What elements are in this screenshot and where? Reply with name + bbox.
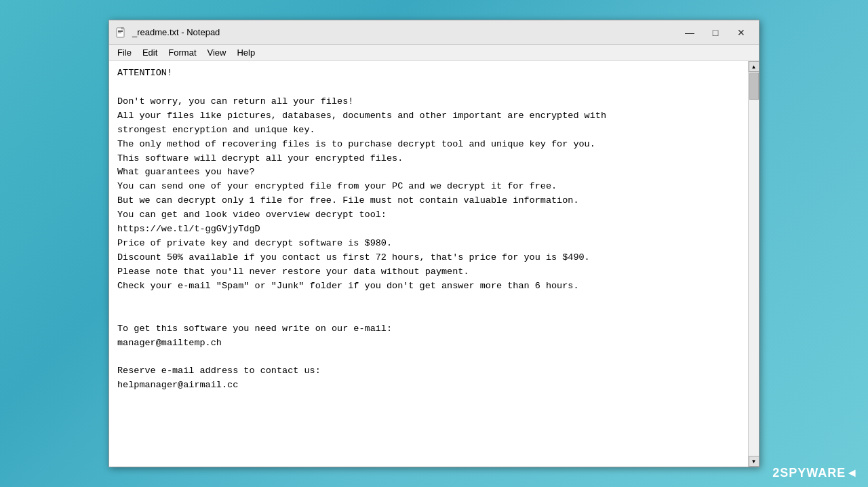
menu-edit[interactable]: Edit [137,46,163,59]
notepad-icon [115,26,127,39]
title-bar-buttons: — □ ✕ [677,24,753,41]
content-area: ATTENTION! Don't worry, you can return a… [109,61,759,467]
scrollbar[interactable]: ▲ ▼ [748,61,759,467]
menu-help[interactable]: Help [231,46,260,59]
watermark-text: 2SPYWARE◄ [772,466,859,480]
scroll-track[interactable] [749,72,759,456]
svg-rect-2 [118,31,123,32]
menu-format[interactable]: Format [163,46,201,59]
svg-rect-4 [121,27,123,29]
menu-file[interactable]: File [112,46,137,59]
close-button[interactable]: ✕ [729,24,753,41]
text-editor[interactable]: ATTENTION! Don't worry, you can return a… [109,61,748,467]
scroll-up-arrow[interactable]: ▲ [749,61,760,72]
maximize-button[interactable]: □ [703,24,728,41]
scroll-down-arrow[interactable]: ▼ [749,456,760,467]
minimize-button[interactable]: — [677,24,702,41]
title-bar: _readme.txt - Notepad — □ ✕ [109,20,759,45]
notepad-window: _readme.txt - Notepad — □ ✕ File Edit Fo… [108,20,760,467]
svg-rect-3 [118,33,121,33]
scroll-thumb[interactable] [749,73,759,100]
watermark: 2SPYWARE◄ [772,466,859,480]
menu-bar: File Edit Format View Help [109,45,759,61]
menu-view[interactable]: View [202,46,232,59]
window-title: _readme.txt - Notepad [132,27,220,37]
title-bar-left: _readme.txt - Notepad [115,26,220,39]
svg-rect-1 [118,30,123,31]
